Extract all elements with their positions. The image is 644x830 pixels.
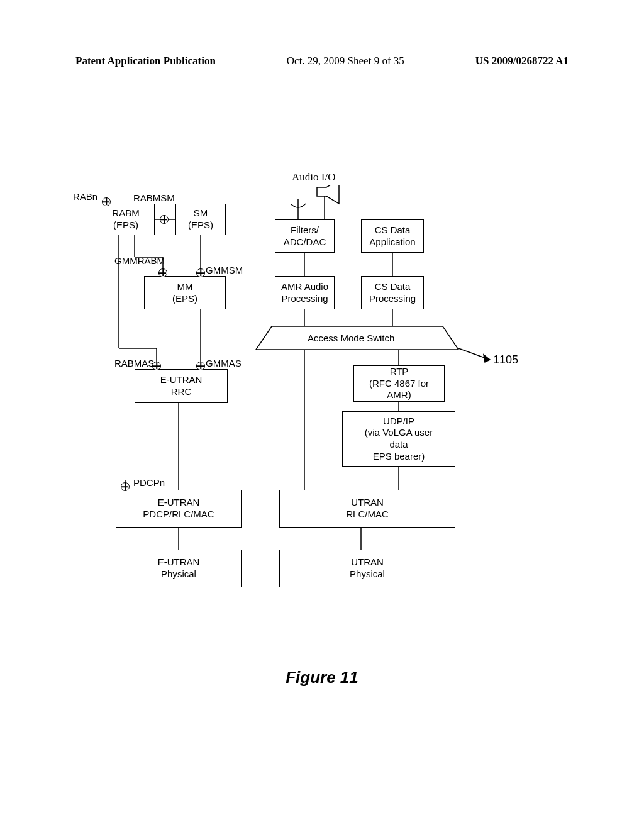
figure-caption: Figure 11 xyxy=(0,668,644,687)
utran-phy-label: UTRANPhysical xyxy=(350,556,385,580)
label-gmmrabm: GMMRABM xyxy=(114,255,165,266)
svg-marker-29 xyxy=(484,355,490,362)
udpip-box: UDP/IP(via VoLGA userdataEPS bearer) xyxy=(342,411,455,467)
page-header: Patent Application Publication Oct. 29, … xyxy=(0,55,644,67)
utran-rlcmac-box: UTRANRLC/MAC xyxy=(279,490,455,528)
filters-label: Filters/ADC/DAC xyxy=(284,224,326,248)
sap-gmmrabm xyxy=(158,268,167,277)
sm-eps-label: SM(EPS) xyxy=(188,208,213,231)
header-left: Patent Application Publication xyxy=(75,55,216,67)
label-gmmsm: GMMSM xyxy=(206,265,243,275)
rabm-eps-label: RABM(EPS) xyxy=(112,208,139,231)
filters-box: Filters/ADC/DAC xyxy=(275,219,335,253)
sap-gmmsm xyxy=(196,268,205,277)
utran-rlcmac-label: UTRANRLC/MAC xyxy=(346,497,389,521)
label-rabmsm: RABMSM xyxy=(133,192,175,203)
callout-1105: 1105 xyxy=(493,353,518,367)
utran-phy-box: UTRANPhysical xyxy=(279,550,455,587)
amr-label: AMR AudioProcessing xyxy=(281,281,328,305)
sap-rabn xyxy=(102,197,111,206)
label-rabmas: RABMAS xyxy=(114,358,154,368)
eutran-rrc-label: E-UTRANRRC xyxy=(160,374,203,398)
eutran-rrc-box: E-UTRANRRC xyxy=(135,369,228,403)
label-pdcpn: PDCPn xyxy=(133,477,165,488)
csdata-app-box: CS DataApplication xyxy=(361,219,424,253)
header-middle: Oct. 29, 2009 Sheet 9 of 35 xyxy=(287,55,404,67)
mm-eps-box: MM(EPS) xyxy=(144,276,226,309)
mm-eps-label: MM(EPS) xyxy=(172,281,197,305)
svg-point-0 xyxy=(291,185,305,199)
sm-eps-box: SM(EPS) xyxy=(175,204,226,235)
csdata-proc-box: CS DataProcessing xyxy=(361,276,424,309)
eutran-pdcp-label: E-UTRANPDCP/RLC/MAC xyxy=(143,497,214,521)
eutran-pdcp-box: E-UTRANPDCP/RLC/MAC xyxy=(116,490,242,528)
svg-marker-2 xyxy=(317,185,339,204)
sap-rabmsm xyxy=(160,215,169,224)
rtp-box: RTP(RFC 4867 forAMR) xyxy=(353,365,445,402)
rabm-eps-box: RABM(EPS) xyxy=(97,204,155,235)
label-gmmas: GMMAS xyxy=(206,358,242,368)
sap-gmmas xyxy=(196,362,205,370)
eutran-phy-label: E-UTRANPhysical xyxy=(158,556,200,580)
header-right: US 2009/0268722 A1 xyxy=(475,55,569,67)
figure-diagram: RABM(EPS) SM(EPS) MM(EPS) E-UTRANRRC E-U… xyxy=(91,185,543,650)
udpip-label: UDP/IP(via VoLGA userdataEPS bearer) xyxy=(365,416,433,463)
csdata-proc-label: CS DataProcessing xyxy=(369,281,416,305)
audio-io-label: Audio I/O xyxy=(292,171,335,184)
eutran-phy-box: E-UTRANPhysical xyxy=(116,550,242,587)
label-rabn: RABn xyxy=(73,191,97,202)
svg-line-28 xyxy=(458,348,490,360)
rtp-label: RTP(RFC 4867 forAMR) xyxy=(369,366,429,401)
csdata-app-label: CS DataApplication xyxy=(369,224,415,248)
sap-rabmas xyxy=(152,362,161,370)
access-mode-switch-label: Access Mode Switch xyxy=(308,333,394,343)
sap-pdcpn xyxy=(121,482,130,491)
amr-box: AMR AudioProcessing xyxy=(275,276,335,309)
